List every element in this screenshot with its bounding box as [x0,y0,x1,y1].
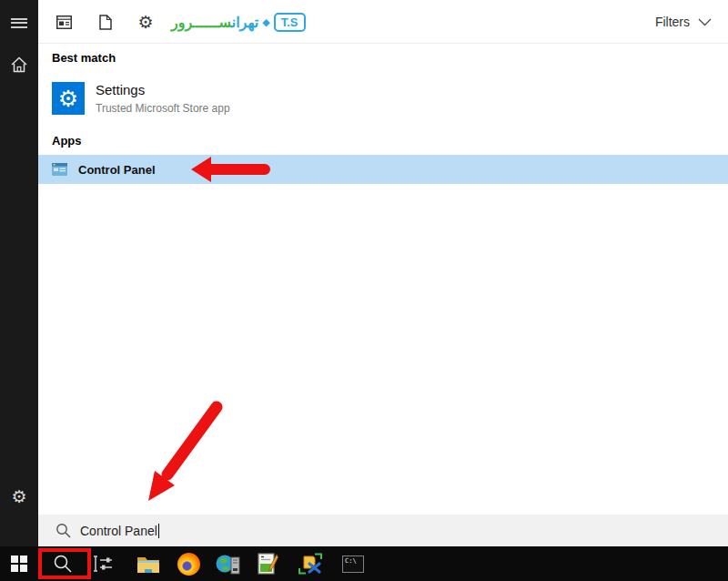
apps-heading: Apps [52,134,82,148]
command-prompt-button[interactable]: C:\ [334,546,372,581]
repair-tool-icon [298,553,322,575]
gear-icon: ⚙ [11,488,26,505]
document-icon [99,15,112,30]
apps-window-icon [56,15,72,29]
filters-label: Filters [655,15,690,29]
best-match-title: Settings [96,82,145,97]
filters-dropdown[interactable]: Filters [655,0,712,44]
best-match-result-settings[interactable]: ⚙ Settings Trusted Microsoft Store app [38,75,728,122]
apps-filter-button[interactable] [53,0,75,44]
globe-server-icon [216,553,240,575]
best-match-heading: Best match [52,51,116,65]
hamburger-icon [11,15,27,30]
result-control-panel[interactable]: Control Panel [38,155,728,184]
red-arrow-to-search-box [136,396,232,510]
logo-ts-badge: T.S [274,13,306,32]
red-highlight-box-search-button [38,548,91,579]
firefox-icon [177,553,200,576]
gear-icon: ⚙ [58,86,78,112]
repair-tool-app-button[interactable] [291,546,329,581]
command-prompt-icon: C:\ [342,556,364,573]
best-match-subtitle: Trusted Microsoft Store app [96,102,230,115]
chevron-down-icon [698,18,712,26]
windows-logo-icon [11,556,27,572]
start-sidebar: ⚙ [0,0,38,546]
home-icon [10,56,28,74]
file-explorer-button[interactable] [129,546,167,581]
search-icon [56,523,71,538]
firefox-button[interactable] [169,546,207,581]
search-input[interactable]: Control Panel [38,515,728,546]
logo-diamond-icon: ◆ [262,16,269,28]
network-server-app-button[interactable] [208,546,247,581]
control-panel-icon [52,163,67,176]
document-pencil-icon [258,553,278,575]
windows-search-screen: ⚙ ⚙ تهرانســــــرور ◆ T.S [0,0,728,581]
text-caret [158,524,159,538]
search-topbar: ⚙ تهرانســــــرور ◆ T.S Filters [38,0,728,44]
control-panel-label: Control Panel [78,163,156,177]
settings-button[interactable]: ⚙ [0,477,38,515]
hamburger-menu-button[interactable] [0,4,38,42]
folder-icon [136,555,160,574]
watermark-logo: تهرانســــــرور ◆ T.S [171,6,306,37]
search-input-value: Control Panel [80,524,157,538]
log-editor-app-button[interactable] [248,546,287,581]
home-button[interactable] [0,46,38,84]
task-view-icon [92,554,114,574]
settings-app-tile: ⚙ [52,82,85,115]
settings-filter-button[interactable]: ⚙ [135,0,157,44]
start-button[interactable] [0,546,38,581]
gear-icon: ⚙ [137,14,153,31]
logo-persian-text: تهرانســــــرور [171,14,258,31]
taskbar: C:\ [0,546,728,581]
documents-filter-button[interactable] [95,0,116,44]
